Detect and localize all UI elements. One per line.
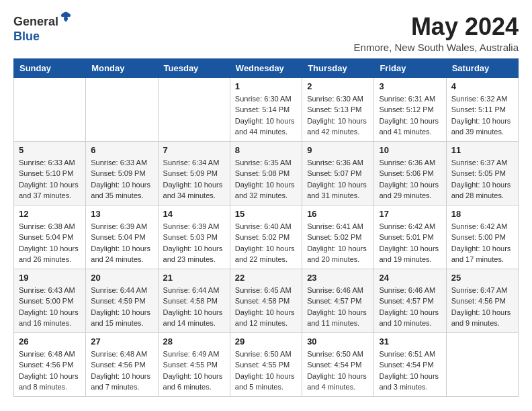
day-info: Sunrise: 6:47 AMSunset: 4:56 PMDaylight:… (451, 285, 513, 329)
calendar-cell: 15Sunrise: 6:40 AMSunset: 5:02 PMDayligh… (230, 205, 302, 269)
day-number: 20 (91, 273, 152, 283)
day-info: Sunrise: 6:37 AMSunset: 5:05 PMDaylight:… (451, 157, 513, 201)
calendar-cell (158, 77, 230, 141)
day-info: Sunrise: 6:44 AMSunset: 4:59 PMDaylight:… (91, 285, 152, 329)
logo-text: General Blue (13, 13, 72, 44)
calendar-week-row: 1Sunrise: 6:30 AMSunset: 5:14 PMDaylight… (14, 77, 519, 141)
calendar-cell: 22Sunrise: 6:45 AMSunset: 4:58 PMDayligh… (230, 269, 302, 332)
weekday-header-cell: Wednesday (230, 58, 302, 77)
day-info: Sunrise: 6:51 AMSunset: 4:54 PMDaylight:… (379, 349, 441, 393)
calendar-cell: 30Sunrise: 6:50 AMSunset: 4:54 PMDayligh… (302, 332, 374, 396)
calendar-cell: 27Sunrise: 6:48 AMSunset: 4:56 PMDayligh… (86, 332, 158, 396)
logo: General Blue (13, 13, 72, 44)
calendar-cell: 16Sunrise: 6:41 AMSunset: 5:02 PMDayligh… (302, 205, 374, 269)
calendar: SundayMondayTuesdayWednesdayThursdayFrid… (13, 58, 519, 397)
day-info: Sunrise: 6:44 AMSunset: 4:58 PMDaylight:… (163, 285, 225, 329)
day-info: Sunrise: 6:32 AMSunset: 5:11 PMDaylight:… (451, 93, 513, 138)
day-info: Sunrise: 6:49 AMSunset: 4:55 PMDaylight:… (163, 349, 225, 393)
day-info: Sunrise: 6:40 AMSunset: 5:02 PMDaylight:… (235, 221, 297, 265)
day-info: Sunrise: 6:45 AMSunset: 4:58 PMDaylight:… (235, 285, 297, 329)
day-number: 29 (235, 336, 297, 347)
day-info: Sunrise: 6:43 AMSunset: 5:00 PMDaylight:… (19, 285, 81, 329)
day-info: Sunrise: 6:46 AMSunset: 4:57 PMDaylight:… (379, 285, 441, 329)
day-number: 1 (235, 81, 297, 91)
day-number: 23 (307, 273, 369, 283)
header: General Blue May 2024 Enmore, New South … (13, 13, 519, 53)
day-number: 9 (307, 145, 369, 155)
calendar-cell: 12Sunrise: 6:38 AMSunset: 5:04 PMDayligh… (14, 205, 86, 269)
day-number: 3 (379, 81, 441, 91)
calendar-cell: 25Sunrise: 6:47 AMSunset: 4:56 PMDayligh… (446, 269, 518, 332)
calendar-cell: 2Sunrise: 6:30 AMSunset: 5:13 PMDaylight… (302, 77, 374, 141)
day-info: Sunrise: 6:33 AMSunset: 5:10 PMDaylight:… (19, 157, 81, 201)
calendar-cell (86, 77, 158, 141)
day-info: Sunrise: 6:38 AMSunset: 5:04 PMDaylight:… (19, 221, 81, 265)
day-number: 19 (19, 273, 81, 283)
calendar-cell (14, 77, 86, 141)
day-number: 7 (163, 145, 225, 155)
day-number: 22 (235, 273, 297, 283)
day-info: Sunrise: 6:36 AMSunset: 5:06 PMDaylight:… (379, 157, 441, 201)
calendar-cell: 23Sunrise: 6:46 AMSunset: 4:57 PMDayligh… (302, 269, 374, 332)
day-number: 5 (19, 145, 81, 155)
location-title: Enmore, New South Wales, Australia (354, 42, 519, 53)
day-info: Sunrise: 6:42 AMSunset: 5:01 PMDaylight:… (379, 221, 441, 265)
weekday-header-cell: Saturday (446, 58, 518, 77)
calendar-cell: 8Sunrise: 6:35 AMSunset: 5:08 PMDaylight… (230, 141, 302, 205)
day-number: 28 (163, 336, 225, 347)
day-number: 13 (91, 209, 152, 219)
calendar-cell: 13Sunrise: 6:39 AMSunset: 5:04 PMDayligh… (86, 205, 158, 269)
day-info: Sunrise: 6:31 AMSunset: 5:12 PMDaylight:… (379, 93, 441, 138)
day-info: Sunrise: 6:33 AMSunset: 5:09 PMDaylight:… (91, 157, 152, 201)
calendar-cell (446, 332, 518, 396)
calendar-cell: 1Sunrise: 6:30 AMSunset: 5:14 PMDaylight… (230, 77, 302, 141)
day-number: 30 (307, 336, 369, 347)
calendar-cell: 6Sunrise: 6:33 AMSunset: 5:09 PMDaylight… (86, 141, 158, 205)
day-info: Sunrise: 6:41 AMSunset: 5:02 PMDaylight:… (307, 221, 369, 265)
calendar-cell: 5Sunrise: 6:33 AMSunset: 5:10 PMDaylight… (14, 141, 86, 205)
calendar-cell: 28Sunrise: 6:49 AMSunset: 4:55 PMDayligh… (158, 332, 230, 396)
calendar-week-row: 12Sunrise: 6:38 AMSunset: 5:04 PMDayligh… (14, 205, 519, 269)
day-info: Sunrise: 6:39 AMSunset: 5:04 PMDaylight:… (91, 221, 152, 265)
day-info: Sunrise: 6:48 AMSunset: 4:56 PMDaylight:… (91, 349, 152, 393)
calendar-cell: 7Sunrise: 6:34 AMSunset: 5:09 PMDaylight… (158, 141, 230, 205)
calendar-cell: 26Sunrise: 6:48 AMSunset: 4:56 PMDayligh… (14, 332, 86, 396)
calendar-cell: 9Sunrise: 6:36 AMSunset: 5:07 PMDaylight… (302, 141, 374, 205)
calendar-cell: 20Sunrise: 6:44 AMSunset: 4:59 PMDayligh… (86, 269, 158, 332)
day-info: Sunrise: 6:50 AMSunset: 4:54 PMDaylight:… (307, 349, 369, 393)
calendar-body: 1Sunrise: 6:30 AMSunset: 5:14 PMDaylight… (14, 77, 519, 396)
day-info: Sunrise: 6:50 AMSunset: 4:55 PMDaylight:… (235, 349, 297, 393)
day-info: Sunrise: 6:34 AMSunset: 5:09 PMDaylight:… (163, 157, 225, 201)
weekday-header-cell: Monday (86, 58, 158, 77)
calendar-cell: 3Sunrise: 6:31 AMSunset: 5:12 PMDaylight… (374, 77, 446, 141)
day-number: 26 (19, 336, 81, 347)
day-number: 17 (379, 209, 441, 219)
day-number: 12 (19, 209, 81, 219)
day-number: 16 (307, 209, 369, 219)
calendar-week-row: 19Sunrise: 6:43 AMSunset: 5:00 PMDayligh… (14, 269, 519, 332)
calendar-cell: 19Sunrise: 6:43 AMSunset: 5:00 PMDayligh… (14, 269, 86, 332)
calendar-cell: 31Sunrise: 6:51 AMSunset: 4:54 PMDayligh… (374, 332, 446, 396)
day-number: 24 (379, 273, 441, 283)
day-number: 11 (451, 145, 513, 155)
day-number: 8 (235, 145, 297, 155)
calendar-cell: 14Sunrise: 6:39 AMSunset: 5:03 PMDayligh… (158, 205, 230, 269)
title-area: May 2024 Enmore, New South Wales, Austra… (354, 13, 519, 53)
day-number: 15 (235, 209, 297, 219)
weekday-header-cell: Thursday (302, 58, 374, 77)
logo-bird-icon (60, 11, 72, 23)
day-info: Sunrise: 6:39 AMSunset: 5:03 PMDaylight:… (163, 221, 225, 265)
day-number: 25 (451, 273, 513, 283)
month-title: May 2024 (354, 13, 519, 40)
day-number: 18 (451, 209, 513, 219)
day-number: 27 (91, 336, 152, 347)
day-info: Sunrise: 6:30 AMSunset: 5:14 PMDaylight:… (235, 93, 297, 138)
day-info: Sunrise: 6:36 AMSunset: 5:07 PMDaylight:… (307, 157, 369, 201)
calendar-cell: 10Sunrise: 6:36 AMSunset: 5:06 PMDayligh… (374, 141, 446, 205)
day-number: 31 (379, 336, 441, 347)
day-info: Sunrise: 6:48 AMSunset: 4:56 PMDaylight:… (19, 349, 81, 393)
weekday-header-row: SundayMondayTuesdayWednesdayThursdayFrid… (14, 58, 519, 77)
day-number: 4 (451, 81, 513, 91)
calendar-cell: 18Sunrise: 6:42 AMSunset: 5:00 PMDayligh… (446, 205, 518, 269)
calendar-cell: 21Sunrise: 6:44 AMSunset: 4:58 PMDayligh… (158, 269, 230, 332)
